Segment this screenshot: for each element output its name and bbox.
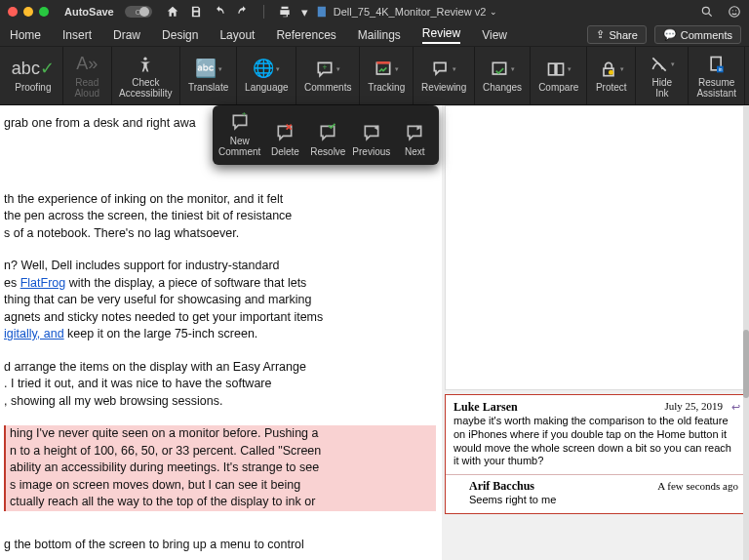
read-aloud-icon: A» — [76, 54, 98, 75]
comment-thread[interactable]: Luke Larsen July 25, 2019 ↩ maybe it's w… — [445, 394, 747, 514]
new-comment-icon: +▾ — [315, 59, 340, 80]
highlighted-text: ability an accessibility during meetings… — [4, 460, 436, 477]
chevron-down-icon[interactable]: ⌄ — [490, 7, 497, 17]
home-icon[interactable] — [166, 5, 179, 19]
svg-rect-10 — [557, 63, 564, 75]
dropdown-next[interactable]: Next — [396, 111, 433, 157]
close-window-button[interactable] — [8, 7, 18, 17]
ribbon-label: Proofing — [15, 82, 51, 93]
dropdown-previous[interactable]: Previous — [352, 111, 390, 157]
share-button[interactable]: ⇪ Share — [587, 25, 646, 44]
commented-range[interactable]: hing I've never quite seen on a monitor … — [4, 425, 436, 511]
search-icon[interactable] — [700, 5, 714, 19]
svg-point-12 — [609, 70, 613, 75]
tab-design[interactable]: Design — [162, 28, 198, 42]
ribbon-label: Comments — [304, 82, 351, 93]
scrollbar-thumb[interactable] — [743, 330, 749, 398]
tab-home[interactable]: Home — [10, 28, 41, 42]
ribbon-read-aloud[interactable]: A» ReadAloud — [63, 47, 112, 104]
hyperlink[interactable]: igitally, and — [4, 327, 64, 340]
toggle-knob — [139, 7, 149, 17]
tab-layout[interactable]: Layout — [219, 28, 255, 42]
hide-ink-icon: ▾ — [650, 54, 675, 75]
changes-icon: ▾ — [490, 59, 515, 80]
comments-pane-button[interactable]: 💬 Comments — [654, 25, 741, 44]
document-text: d arrange the items on the display with … — [4, 359, 436, 411]
smile-icon[interactable] — [728, 5, 741, 19]
share-icon: ⇪ — [596, 28, 605, 41]
dropdown-new-comment[interactable]: + NewComment — [218, 111, 260, 157]
hyperlink[interactable]: FlatFrog — [20, 276, 66, 290]
accessibility-icon — [136, 54, 155, 75]
svg-point-1 — [702, 7, 709, 14]
reviewing-icon: ▾ — [431, 59, 456, 80]
maximize-window-button[interactable] — [39, 7, 49, 17]
document-title-area[interactable]: Dell_75_4K_Monitor_Review v2 ⌄ — [316, 5, 498, 19]
ribbon-label: Language — [245, 82, 289, 93]
document-text: n? Well, Dell includes support for indus… — [4, 258, 436, 343]
dropdown-label: Previous — [352, 146, 390, 157]
redo-icon[interactable] — [236, 5, 250, 19]
highlighted-text: s image on screen moves down, but I can … — [4, 477, 436, 495]
tab-draw[interactable]: Draw — [113, 28, 140, 42]
ribbon-language[interactable]: 🌐▾ Language — [237, 47, 296, 104]
tab-view[interactable]: View — [482, 28, 507, 42]
ribbon-tabs: Home Insert Draw Design Layout Reference… — [0, 23, 749, 47]
vertical-scrollbar[interactable] — [743, 105, 749, 560]
ribbon-reviewing[interactable]: ▾ Reviewing — [414, 47, 475, 104]
comment[interactable]: Luke Larsen July 25, 2019 ↩ maybe it's w… — [446, 395, 746, 475]
ribbon-compare[interactable]: ▾ Compare — [531, 47, 587, 104]
document-margin-area — [445, 105, 747, 390]
ribbon-protect[interactable]: ▾ Protect — [587, 47, 636, 104]
new-comment-icon: + — [229, 111, 251, 133]
document-page[interactable]: grab one from a desk and right awa th th… — [0, 105, 442, 560]
highlighted-text: n to a height of 100, 66, 50, or 33 perc… — [4, 443, 436, 460]
svg-point-4 — [735, 10, 736, 11]
tab-references[interactable]: References — [276, 28, 335, 42]
comment-time: A few seconds ago — [657, 480, 738, 492]
svg-point-3 — [732, 10, 733, 11]
window-controls — [8, 7, 49, 17]
ribbon-proofing[interactable]: abc✓ Proofing — [4, 47, 63, 104]
comment-reply[interactable]: Arif Bacchus A few seconds ago Seems rig… — [446, 475, 746, 513]
minimize-window-button[interactable] — [23, 7, 33, 17]
tab-review[interactable]: Review — [422, 26, 460, 44]
svg-rect-0 — [318, 7, 326, 18]
tracking-icon: ▾ — [374, 59, 399, 80]
svg-rect-7 — [377, 62, 390, 74]
print-icon[interactable] — [278, 5, 292, 19]
ribbon-hide-ink[interactable]: ▾ Hide Ink — [636, 47, 689, 104]
tab-mailings[interactable]: Mailings — [358, 28, 401, 42]
resume-assistant-icon: in — [707, 54, 727, 75]
reply-icon[interactable]: ↩ — [731, 401, 740, 414]
autosave-toggle[interactable]: OFF — [125, 6, 152, 18]
ribbon-translate[interactable]: 🔤▾ Translate — [180, 47, 237, 104]
svg-point-5 — [144, 57, 147, 60]
save-icon[interactable] — [189, 5, 203, 19]
document-text: th the experience of inking on the monit… — [4, 191, 436, 243]
ribbon-changes[interactable]: ▾ Changes — [475, 47, 531, 104]
document-area: grab one from a desk and right awa th th… — [0, 105, 749, 560]
dropdown-delete[interactable]: Delete — [266, 111, 303, 157]
ribbon-check-accessibility[interactable]: CheckAccessibility — [112, 47, 180, 104]
ribbon-comments[interactable]: +▾ Comments — [296, 47, 360, 104]
svg-rect-9 — [548, 63, 555, 75]
comment-author: Luke Larsen — [453, 400, 518, 414]
ribbon-tracking[interactable]: ▾ Tracking — [360, 47, 414, 104]
dropdown-resolve[interactable]: Resolve — [309, 111, 346, 157]
svg-text:+: + — [241, 112, 246, 119]
ribbon: abc✓ Proofing A» ReadAloud CheckAccessib… — [0, 47, 749, 105]
share-label: Share — [609, 29, 637, 41]
undo-icon[interactable] — [213, 5, 226, 19]
comment-author: Arif Bacchus — [469, 479, 534, 493]
dropdown-label: NewComment — [218, 136, 260, 157]
chevron-down-icon[interactable]: ▾ — [301, 5, 308, 20]
tab-insert[interactable]: Insert — [62, 28, 92, 42]
svg-text:in: in — [718, 65, 722, 71]
dropdown-label: Resolve — [310, 146, 345, 157]
comment-icon: 💬 — [663, 28, 677, 41]
ribbon-resume-assistant[interactable]: in ResumeAssistant — [689, 47, 745, 104]
ribbon-label: Tracking — [368, 82, 405, 93]
ribbon-label: ReadAloud — [74, 77, 99, 99]
svg-point-2 — [729, 7, 740, 18]
